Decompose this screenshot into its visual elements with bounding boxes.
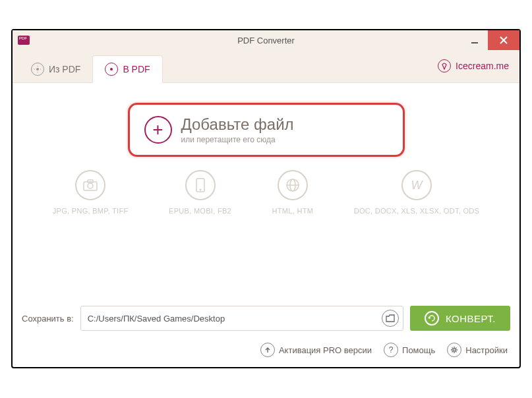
- save-label: Сохранить в:: [22, 314, 74, 324]
- svg-point-3: [36, 68, 39, 71]
- gear-icon: [447, 343, 461, 357]
- format-image: JPG, PNG, BMP, TIFF: [53, 170, 129, 215]
- tab-from-pdf[interactable]: Из PDF: [19, 56, 92, 82]
- from-pdf-icon: [31, 63, 44, 76]
- format-web-label: HTML, HTM: [272, 207, 314, 215]
- main-area: + Добавьте файл или перетащите его сюда …: [13, 83, 519, 294]
- svg-point-14: [453, 349, 456, 351]
- tab-to-pdf-label: В PDF: [123, 64, 150, 74]
- window-controls: [461, 30, 519, 50]
- save-row: Сохранить в: C:/Users/ПК/Saved Games/Des…: [22, 306, 510, 331]
- add-file-button[interactable]: + Добавьте файл или перетащите его сюда: [128, 103, 405, 157]
- svg-text:W: W: [411, 179, 423, 192]
- format-web: HTML, HTM: [272, 170, 314, 215]
- activate-pro-label: Активация PRO версии: [279, 345, 372, 355]
- format-doc: W DOC, DOCX, XLS, XLSX, ODT, ODS: [354, 170, 480, 215]
- convert-icon: [425, 311, 439, 326]
- svg-point-4: [110, 68, 113, 71]
- format-ebook: EPUB, MOBI, FB2: [169, 170, 231, 215]
- format-image-label: JPG, PNG, BMP, TIFF: [53, 207, 129, 215]
- settings-link[interactable]: Настройки: [447, 343, 508, 357]
- plus-icon: +: [144, 116, 172, 144]
- app-icon: [18, 36, 30, 45]
- word-icon: W: [401, 170, 432, 200]
- save-path-value: C:/Users/ПК/Saved Games/Desktop: [88, 314, 382, 324]
- add-file-text: Добавьте файл или перетащите его сюда: [181, 115, 294, 144]
- help-link[interactable]: ? Помощь: [384, 343, 435, 357]
- settings-label: Настройки: [465, 345, 508, 355]
- icecream-icon: [438, 59, 451, 72]
- window-title: PDF Converter: [237, 36, 295, 45]
- add-file-title: Добавьте файл: [181, 115, 294, 134]
- help-icon: ?: [384, 343, 398, 357]
- minimize-button[interactable]: [461, 30, 488, 50]
- convert-label: КОНВЕРТ.: [446, 313, 496, 324]
- close-button[interactable]: [488, 30, 519, 50]
- tab-to-pdf[interactable]: В PDF: [92, 55, 162, 83]
- svg-rect-7: [88, 180, 93, 183]
- titlebar: PDF Converter: [13, 30, 519, 50]
- add-file-hint: или перетащите его сюда: [181, 135, 294, 144]
- format-doc-label: DOC, DOCX, XLS, XLSX, ODT, ODS: [354, 207, 480, 215]
- globe-icon: [278, 170, 308, 200]
- arrow-up-icon: [260, 343, 275, 357]
- app-window: PDF Converter Из PDF В PDF: [11, 29, 521, 368]
- close-icon: [500, 36, 508, 44]
- activate-pro-link[interactable]: Активация PRO версии: [260, 343, 372, 357]
- tab-from-pdf-label: Из PDF: [49, 64, 80, 74]
- svg-point-9: [199, 189, 201, 191]
- camera-icon: [75, 170, 105, 200]
- save-path-input[interactable]: C:/Users/ПК/Saved Games/Desktop: [80, 306, 403, 331]
- svg-point-6: [88, 183, 93, 188]
- minimize-icon: [471, 36, 479, 44]
- brand-link[interactable]: Icecream.me: [438, 59, 509, 72]
- formats-row: JPG, PNG, BMP, TIFF EPUB, MOBI, FB2 HTML…: [13, 157, 519, 215]
- format-ebook-label: EPUB, MOBI, FB2: [169, 207, 231, 215]
- folder-icon: [386, 314, 395, 322]
- footer: Активация PRO версии ? Помощь Настройки: [13, 331, 519, 357]
- toolbar: Из PDF В PDF Icecream.me: [13, 50, 519, 83]
- help-label: Помощь: [402, 345, 435, 355]
- convert-button[interactable]: КОНВЕРТ.: [410, 306, 510, 331]
- to-pdf-icon: [105, 63, 118, 76]
- browse-folder-button[interactable]: [382, 310, 399, 327]
- phone-icon: [185, 170, 216, 200]
- brand-label: Icecream.me: [456, 61, 509, 71]
